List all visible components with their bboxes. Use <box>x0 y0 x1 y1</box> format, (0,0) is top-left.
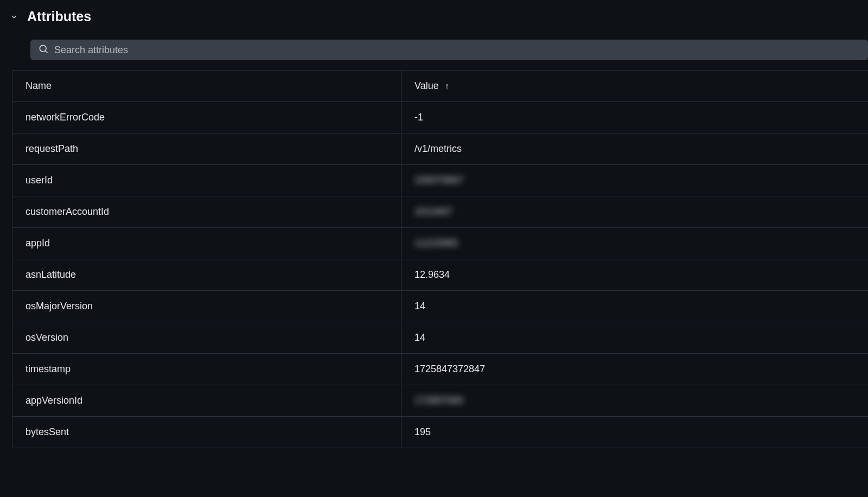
attribute-name-cell: userId <box>12 165 401 196</box>
section-title: Attributes <box>27 9 91 24</box>
attribute-name-cell: asnLatitude <box>12 259 401 291</box>
attribute-name: networkErrorCode <box>25 112 105 123</box>
attribute-value: 12.9634 <box>414 269 450 280</box>
column-header-name[interactable]: Name <box>12 71 401 102</box>
attribute-value-cell: 14 <box>401 322 869 354</box>
attribute-value: 11215965 <box>414 238 458 249</box>
section-header: Attributes <box>0 9 868 24</box>
table-row[interactable]: appVersionId172897060 <box>12 385 869 417</box>
attribute-name-cell: customerAccountId <box>12 196 401 228</box>
attribute-name-cell: bytesSent <box>12 417 401 448</box>
attribute-value-cell: 100070867 <box>401 165 869 196</box>
attribute-value-cell: /v1/metrics <box>401 133 869 165</box>
attribute-name-cell: timestamp <box>12 354 401 385</box>
attribute-value: 100070867 <box>414 175 463 186</box>
attribute-value: 14 <box>414 332 425 343</box>
sort-ascending-icon: ↑ <box>445 81 449 91</box>
attribute-name-cell: osMajorVersion <box>12 291 401 322</box>
table-row[interactable]: bytesSent195 <box>12 417 869 448</box>
attribute-value: 1725847372847 <box>414 364 485 374</box>
svg-point-0 <box>40 45 46 52</box>
table-row[interactable]: osMajorVersion14 <box>12 291 869 322</box>
attribute-name: timestamp <box>25 364 71 374</box>
attribute-value: 172897060 <box>414 395 463 406</box>
search-bar[interactable] <box>30 40 868 60</box>
attribute-value: /v1/metrics <box>414 143 462 154</box>
attribute-value-cell: 12.9634 <box>401 259 869 291</box>
svg-line-1 <box>46 50 48 53</box>
table-header-row: Name Value ↑ <box>12 71 869 102</box>
attribute-value: -1 <box>414 112 423 123</box>
search-input[interactable] <box>54 44 860 56</box>
attribute-value: 195 <box>414 426 431 437</box>
attribute-name-cell: osVersion <box>12 322 401 354</box>
attributes-table: Name Value ↑ networkErrorCode-1requestPa… <box>12 70 868 448</box>
column-header-name-label: Name <box>25 80 52 91</box>
attribute-name: asnLatitude <box>25 269 76 280</box>
table-row[interactable]: appId11215965 <box>12 228 869 259</box>
chevron-down-icon[interactable] <box>10 12 18 21</box>
column-header-value-label: Value <box>414 80 439 91</box>
attribute-name-cell: requestPath <box>12 133 401 165</box>
attribute-name: osMajorVersion <box>25 301 93 311</box>
attribute-value: 1013467 <box>414 206 452 218</box>
attribute-name: customerAccountId <box>25 206 109 217</box>
attribute-name: requestPath <box>25 143 78 154</box>
attribute-value-cell: 195 <box>401 417 869 448</box>
attribute-name: appVersionId <box>25 395 82 406</box>
attribute-name-cell: appVersionId <box>12 385 401 417</box>
table-row[interactable]: osVersion14 <box>12 322 869 354</box>
column-header-value[interactable]: Value ↑ <box>401 71 869 102</box>
attribute-name-cell: appId <box>12 228 401 259</box>
attribute-name-cell: networkErrorCode <box>12 102 401 133</box>
attribute-value-cell: 11215965 <box>401 228 869 259</box>
attribute-name: appId <box>25 238 50 248</box>
search-icon <box>38 43 49 57</box>
attribute-value-cell: 14 <box>401 291 869 322</box>
table-row[interactable]: timestamp1725847372847 <box>12 354 869 385</box>
attribute-name: osVersion <box>25 332 68 343</box>
table-row[interactable]: userId100070867 <box>12 165 869 196</box>
attribute-name: userId <box>25 175 53 186</box>
table-row[interactable]: customerAccountId1013467 <box>12 196 869 228</box>
table-row[interactable]: requestPath/v1/metrics <box>12 133 869 165</box>
attribute-name: bytesSent <box>25 426 69 437</box>
attribute-value-cell: 1725847372847 <box>401 354 869 385</box>
table-row[interactable]: asnLatitude12.9634 <box>12 259 869 291</box>
table-row[interactable]: networkErrorCode-1 <box>12 102 869 133</box>
attribute-value-cell: 1013467 <box>401 196 869 228</box>
attribute-value-cell: -1 <box>401 102 869 133</box>
attribute-value: 14 <box>414 301 425 311</box>
attribute-value-cell: 172897060 <box>401 385 869 417</box>
